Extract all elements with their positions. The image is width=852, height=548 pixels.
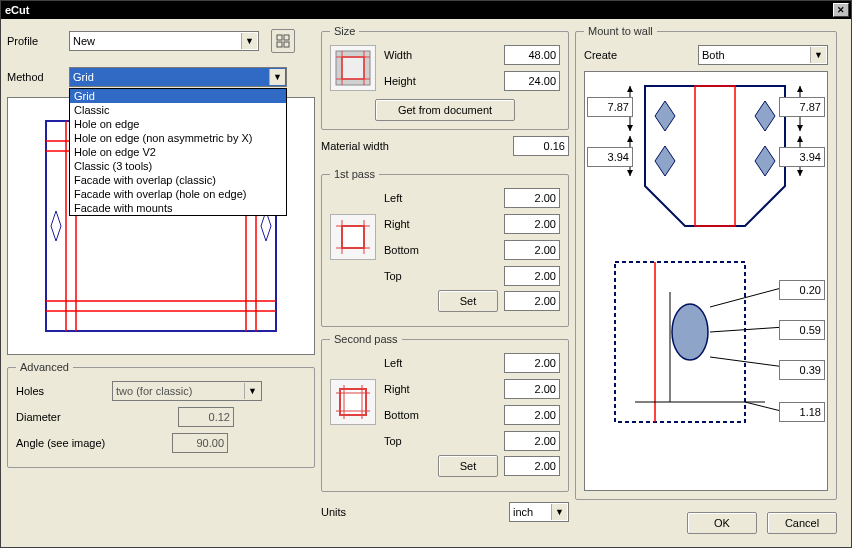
method-input[interactable]	[69, 67, 287, 87]
holes-label: Holes	[16, 385, 106, 397]
right-column: Mount to wall Create ▼	[575, 25, 837, 534]
pass1-right-input[interactable]	[504, 214, 560, 234]
pass2-set-button[interactable]: Set	[438, 455, 498, 477]
units-row: Units ▼	[321, 498, 569, 522]
method-option[interactable]: Facade with mounts	[70, 201, 286, 215]
pass1-bottom-input[interactable]	[504, 240, 560, 260]
titlebar: eCut ✕	[1, 1, 851, 19]
svg-line-55	[710, 357, 785, 367]
pass2-preview	[330, 379, 376, 425]
pass1-legend: 1st pass	[330, 168, 379, 180]
material-label: Material width	[321, 140, 421, 152]
chevron-down-icon[interactable]: ▼	[241, 33, 257, 49]
pass1-preview	[330, 214, 376, 260]
method-option[interactable]: Hole on edge	[70, 117, 286, 131]
angle-input	[172, 433, 228, 453]
svg-marker-34	[655, 146, 675, 176]
profile-icon-button[interactable]	[271, 29, 295, 53]
pass2-left-label: Left	[384, 357, 496, 369]
svg-line-53	[710, 287, 785, 307]
mount-legend: Mount to wall	[584, 25, 657, 37]
chevron-down-icon: ▼	[244, 383, 260, 399]
chevron-down-icon[interactable]: ▼	[269, 69, 285, 85]
mount-d3-input[interactable]	[779, 360, 825, 380]
method-option[interactable]: Facade with overlap (classic)	[70, 173, 286, 187]
height-input[interactable]	[504, 71, 560, 91]
pass1-top-label: Top	[384, 270, 496, 282]
svg-rect-3	[284, 42, 289, 47]
mount-topR-input[interactable]	[779, 97, 825, 117]
close-icon[interactable]: ✕	[833, 3, 849, 17]
method-option[interactable]: Hole on edge (non asymmetric by X)	[70, 131, 286, 145]
pass1-set-input[interactable]	[504, 291, 560, 311]
units-label: Units	[321, 506, 381, 518]
profile-combo[interactable]: ▼	[69, 31, 259, 51]
svg-marker-46	[797, 136, 803, 142]
pass1-top-input[interactable]	[504, 266, 560, 286]
svg-marker-41	[797, 125, 803, 131]
height-label: Height	[384, 75, 496, 87]
method-dropdown[interactable]: Grid Classic Hole on edge Hole on edge (…	[69, 88, 287, 216]
pass1-bottom-label: Bottom	[384, 244, 496, 256]
mount-d2-input[interactable]	[779, 320, 825, 340]
pass2-bottom-input[interactable]	[504, 405, 560, 425]
svg-rect-1	[284, 35, 289, 40]
material-row: Material width	[321, 136, 569, 156]
mount-d4-input[interactable]	[779, 402, 825, 422]
svg-rect-31	[695, 86, 735, 226]
method-option[interactable]: Classic	[70, 103, 286, 117]
mount-topL-input[interactable]	[587, 97, 633, 117]
holes-input	[112, 381, 262, 401]
pass2-bottom-label: Bottom	[384, 409, 496, 421]
pass2-set-input[interactable]	[504, 456, 560, 476]
pass2-left-input[interactable]	[504, 353, 560, 373]
chevron-down-icon[interactable]: ▼	[810, 47, 826, 63]
method-option[interactable]: Facade with overlap (hole on edge)	[70, 187, 286, 201]
method-option[interactable]: Classic (3 tools)	[70, 159, 286, 173]
pass2-group: Second pass Left Right	[321, 333, 569, 492]
get-from-document-button[interactable]: Get from document	[375, 99, 515, 121]
material-input[interactable]	[513, 136, 569, 156]
method-combo[interactable]: ▼ Grid Classic Hole on edge Hole on edge…	[69, 67, 287, 87]
pass1-right-label: Right	[384, 218, 496, 230]
diameter-input	[178, 407, 234, 427]
svg-marker-47	[797, 170, 803, 176]
mount-d1-input[interactable]	[779, 280, 825, 300]
window-title: eCut	[5, 4, 833, 16]
pass2-legend: Second pass	[330, 333, 402, 345]
units-combo[interactable]: ▼	[509, 502, 569, 522]
create-combo[interactable]: ▼	[698, 45, 828, 65]
svg-marker-40	[797, 86, 803, 92]
create-label: Create	[584, 49, 634, 61]
profile-label: Profile	[7, 35, 57, 47]
svg-marker-13	[51, 211, 61, 241]
advanced-legend: Advanced	[16, 361, 73, 373]
svg-rect-2	[277, 42, 282, 47]
size-preview-svg	[334, 49, 372, 87]
svg-marker-44	[627, 170, 633, 176]
mount-botL-input[interactable]	[587, 147, 633, 167]
width-input[interactable]	[504, 45, 560, 65]
svg-marker-35	[755, 146, 775, 176]
svg-rect-0	[277, 35, 282, 40]
pass1-group: 1st pass Left Right	[321, 168, 569, 327]
pass2-top-label: Top	[384, 435, 496, 447]
cancel-button[interactable]: Cancel	[767, 512, 837, 534]
profile-input[interactable]	[69, 31, 259, 51]
create-input[interactable]	[698, 45, 828, 65]
pass2-top-input[interactable]	[504, 431, 560, 451]
content: Profile ▼ Method	[1, 19, 851, 540]
size-group: Size Width Height	[321, 25, 569, 130]
mount-botR-input[interactable]	[779, 147, 825, 167]
pass1-preview-svg	[334, 218, 372, 256]
method-option[interactable]: Hole on edge V2	[70, 145, 286, 159]
holes-combo[interactable]: ▼	[112, 381, 262, 401]
pass1-set-button[interactable]: Set	[438, 290, 498, 312]
chevron-down-icon[interactable]: ▼	[551, 504, 567, 520]
pass2-right-input[interactable]	[504, 379, 560, 399]
svg-rect-16	[342, 57, 364, 79]
ok-button[interactable]: OK	[687, 512, 757, 534]
left-column: Profile ▼ Method	[7, 25, 315, 534]
pass1-left-input[interactable]	[504, 188, 560, 208]
method-option[interactable]: Grid	[70, 89, 286, 103]
